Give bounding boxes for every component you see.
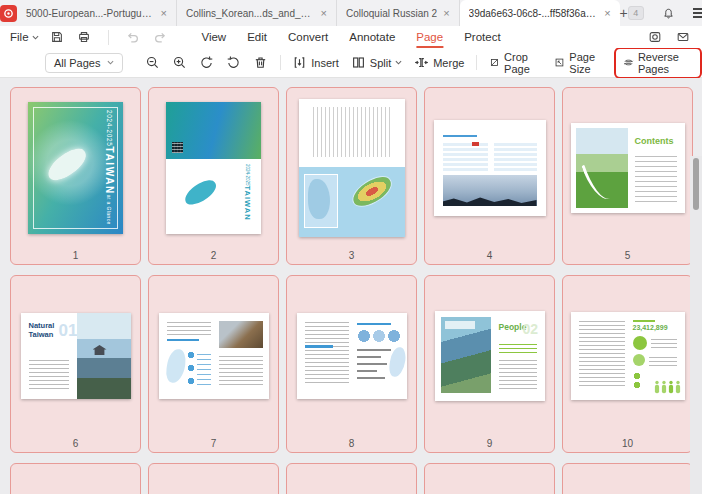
divider <box>108 30 109 45</box>
mail-feedback-icon[interactable] <box>674 29 692 45</box>
page-number: 8 <box>287 438 416 449</box>
zoom-out-button[interactable] <box>139 52 166 73</box>
page-cell-13[interactable] <box>286 463 417 494</box>
page-cell-14[interactable] <box>424 463 555 494</box>
menu-icon[interactable] <box>684 0 702 26</box>
delete-page-button[interactable] <box>247 52 274 73</box>
crop-page-button[interactable]: Crop Page <box>483 48 548 78</box>
page-thumbnail-10[interactable]: 23,412,899 <box>571 312 685 400</box>
bar-chart-art <box>357 349 393 379</box>
pie-chart-art <box>633 336 647 350</box>
heading-line-art <box>443 135 477 137</box>
snapshot-icon[interactable] <box>646 29 664 45</box>
chapter-number: 02 <box>523 321 539 337</box>
page-toolbar: All Pages Insert Split Merge Crop Page P… <box>0 48 702 78</box>
page-cell-7[interactable]: 7 <box>148 275 279 453</box>
page-cell-5[interactable]: Contents 5 <box>562 87 693 265</box>
rotate-right-button[interactable] <box>220 52 247 73</box>
tab-document-2[interactable]: Collins_Korean...ds_and_phrases × <box>177 0 337 26</box>
paragraph-art <box>167 321 211 335</box>
page-cell-10[interactable]: 23,412,899 10 <box>562 275 693 453</box>
page-cell-12[interactable] <box>148 463 279 494</box>
taiwan-outline-art <box>164 348 187 384</box>
page-thumbnail-3[interactable] <box>299 99 405 237</box>
page-cell-4[interactable]: 4 <box>424 87 555 265</box>
tab-close-icon[interactable]: × <box>604 8 610 19</box>
tab-close-icon[interactable]: × <box>443 8 449 19</box>
tab-close-icon[interactable]: × <box>321 8 327 19</box>
menu-convert[interactable]: Convert <box>287 29 329 45</box>
app-logo[interactable] <box>0 0 17 26</box>
numbered-dots-art <box>187 351 195 385</box>
paragraph-art <box>579 320 625 386</box>
page-thumbnail-9[interactable]: People 02 <box>435 311 545 401</box>
page-thumbnail-8[interactable] <box>297 313 407 399</box>
zoom-in-button[interactable] <box>166 52 193 73</box>
notification-count-badge[interactable]: 4 <box>628 6 644 20</box>
new-tab-button[interactable]: + <box>620 0 628 26</box>
text-block-art <box>313 107 393 157</box>
toc-list-art <box>635 156 677 202</box>
page-thumbnail-7[interactable] <box>159 313 269 399</box>
page-number: 7 <box>149 438 278 449</box>
page-number: 5 <box>563 250 692 261</box>
page-thumbnail-1[interactable]: 2024-2025TAIWANat a Glance <box>28 102 123 234</box>
menu-bar: File View Edit Convert Annotate Page Pro… <box>0 26 702 48</box>
tab-document-4-active[interactable]: 39da6e63-06c8-...ff58f36aa7ad * × <box>460 0 620 26</box>
page-thumbnail-6[interactable]: NaturalTaiwan 01 <box>21 313 131 399</box>
insert-label: Insert <box>311 57 339 69</box>
table-gap-art <box>488 141 494 171</box>
tab-document-3[interactable]: Colloquial Russian 2 × <box>337 0 460 26</box>
reverse-pages-button-highlighted[interactable]: Reverse Pages <box>614 47 702 79</box>
scrollbar[interactable] <box>690 156 702 494</box>
page-cell-9[interactable]: People 02 9 <box>424 275 555 453</box>
page-cell-3[interactable]: 3 <box>286 87 417 265</box>
page-number: 9 <box>425 438 554 449</box>
pie-chart-art <box>633 354 645 366</box>
menu-annotate[interactable]: Annotate <box>348 29 396 45</box>
heading-line-art <box>305 345 333 348</box>
page-size-button[interactable]: Page Size <box>548 48 611 78</box>
app-logo-icon <box>0 5 17 22</box>
file-menu[interactable]: File <box>10 31 39 43</box>
divider <box>280 55 281 70</box>
tab-document-1[interactable]: 5000-European...-Portuguese * × <box>17 0 177 26</box>
page-thumbnail-2[interactable]: 2024-2025TAIWAN <box>166 102 261 234</box>
insert-page-button[interactable]: Insert <box>286 52 345 73</box>
page-cell-6[interactable]: NaturalTaiwan 01 6 <box>10 275 141 453</box>
undo-button[interactable] <box>124 29 142 45</box>
page-cell-11[interactable] <box>10 463 141 494</box>
menu-items: View Edit Convert Annotate Page Protect <box>200 29 501 45</box>
page-cell-8[interactable]: 8 <box>286 275 417 453</box>
page-number: 3 <box>287 250 416 261</box>
reverse-pages-label: Reverse Pages <box>638 51 693 75</box>
page-number: 2 <box>149 250 278 261</box>
tab-close-icon[interactable]: × <box>161 8 167 19</box>
animal-photo-art <box>219 321 263 348</box>
chapter-title: NaturalTaiwan <box>29 322 55 339</box>
page-cell-1[interactable]: 2024-2025TAIWANat a Glance 1 <box>10 87 141 265</box>
split-page-button[interactable]: Split <box>345 52 408 73</box>
scrollbar-thumb[interactable] <box>693 158 699 210</box>
heading-line-art <box>167 339 199 341</box>
menu-page-active[interactable]: Page <box>415 29 444 45</box>
merge-page-button[interactable]: Merge <box>408 52 470 73</box>
paragraph-art <box>219 353 263 385</box>
print-button[interactable] <box>75 29 93 45</box>
page-thumbnail-4[interactable] <box>434 120 546 216</box>
chapter-number: 01 <box>59 321 78 341</box>
bell-icon[interactable] <box>654 0 684 26</box>
page-range-select[interactable]: All Pages <box>45 53 123 73</box>
menu-view[interactable]: View <box>200 29 227 45</box>
inset-map-art <box>304 174 338 228</box>
page-cell-2[interactable]: 2024-2025TAIWAN 2 <box>148 87 279 265</box>
menu-protect[interactable]: Protect <box>463 29 501 45</box>
page-cell-15[interactable] <box>562 463 693 494</box>
menu-edit[interactable]: Edit <box>246 29 268 45</box>
redo-button[interactable] <box>151 29 169 45</box>
page-thumbnail-5[interactable]: Contents <box>571 123 685 213</box>
rotate-left-button[interactable] <box>193 52 220 73</box>
save-button[interactable] <box>48 29 66 45</box>
label-lines-art <box>651 338 677 348</box>
green-links-art <box>499 341 537 353</box>
